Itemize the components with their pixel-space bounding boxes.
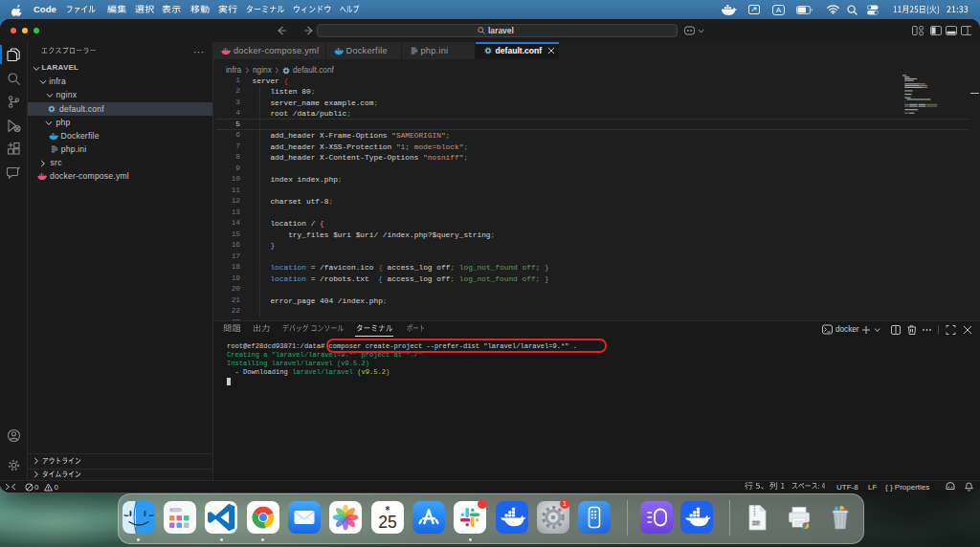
svg-text:ZIP: ZIP xyxy=(752,521,759,526)
svg-text:A: A xyxy=(776,6,782,14)
svg-text:25: 25 xyxy=(378,513,396,532)
